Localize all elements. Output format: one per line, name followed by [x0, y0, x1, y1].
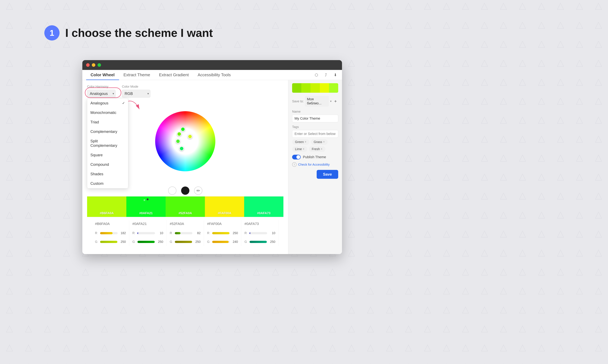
tab-extract-gradient[interactable]: Extract Gradient — [155, 70, 193, 80]
close-button[interactable] — [86, 63, 90, 67]
tab-bar: Color Wheel Extract Theme Extract Gradie… — [82, 70, 342, 80]
g-fill-1 — [100, 241, 117, 243]
swatch-label-5: #0AFA73 — [257, 211, 270, 215]
sidebar-color-swatches — [292, 83, 338, 93]
r-label-5: R — [244, 231, 248, 235]
black-color-picker[interactable] — [181, 186, 189, 195]
g-bar-4 — [212, 241, 230, 243]
color-dot-1[interactable] — [188, 134, 192, 139]
save-button-row: Save — [292, 170, 338, 179]
dropdown-item-compound[interactable]: Compound — [87, 160, 128, 169]
color-dot-4[interactable] — [176, 139, 180, 143]
tags-label: Tags — [292, 125, 338, 129]
add-collection-button[interactable]: + — [333, 99, 338, 104]
color-dot-3[interactable] — [177, 132, 181, 136]
camera-icon[interactable]: ⬡ — [313, 72, 319, 78]
g-label-4: G — [207, 240, 210, 244]
r-label-1: R — [95, 231, 98, 235]
accessibility-link[interactable]: Check for Accessibility — [298, 163, 330, 166]
g-channel-2: G 250 — [132, 240, 163, 244]
g-channel-1: G 250 — [95, 240, 126, 244]
tab-extract-theme[interactable]: Extract Theme — [119, 70, 155, 80]
sidebar-swatch-3 — [311, 83, 320, 93]
mode-select[interactable]: RGB — [122, 90, 150, 98]
eyedropper-tool[interactable]: ✏ — [194, 186, 202, 195]
tag-lime[interactable]: Lime + — [292, 146, 307, 152]
sidebar-swatch-4 — [320, 83, 329, 93]
swatch-5[interactable]: #0AFA73 — [244, 196, 284, 217]
r-cell-4: R 250 — [204, 229, 241, 237]
r-channel-3: R 82 — [170, 231, 201, 235]
dropdown-item-square[interactable]: Square — [87, 150, 128, 160]
dropdown-item-custom[interactable]: Custom — [87, 179, 128, 188]
swatch-label-2: #0AFA21 — [139, 211, 153, 215]
hex-cell-5: #0AFA73 — [241, 220, 279, 229]
save-to-select[interactable]: Моя библио... — [305, 96, 329, 107]
sidebar-swatch-2 — [301, 83, 311, 93]
mode-select-wrapper: RGB ▾ — [122, 90, 150, 98]
tag-fresh[interactable]: Fresh + — [309, 146, 325, 152]
dropdown-item-analogous[interactable]: Analogous ✓ — [87, 98, 128, 108]
tab-color-wheel[interactable]: Color Wheel — [86, 70, 119, 80]
tags-input[interactable] — [292, 130, 338, 138]
tab-accessibility-tools[interactable]: Accessibility Tools — [193, 70, 235, 80]
dropdown-item-complementary[interactable]: Complementary — [87, 127, 128, 136]
r-bar-5 — [250, 232, 267, 234]
color-wheel[interactable] — [155, 111, 215, 171]
download-icon[interactable]: ⬇ — [333, 72, 338, 78]
swatch-2[interactable]: ≡ #0AFA21 — [126, 196, 166, 217]
r-fill-4 — [212, 232, 230, 234]
minimize-button[interactable] — [92, 63, 95, 67]
hex-value-5: #0AFA73 — [244, 222, 275, 226]
g-channel-row: G 250 G 250 — [92, 237, 279, 246]
color-dot-2[interactable] — [181, 127, 185, 131]
r-cell-2: R 10 — [129, 229, 167, 237]
r-cell-3: R 82 — [167, 229, 204, 237]
swatch-3[interactable]: #52FA0A — [166, 196, 205, 217]
r-cell-1: R 182 — [92, 229, 129, 237]
color-panel: Color Harmony Analogous ▾ Analogous ✓ — [82, 80, 288, 254]
swatch-1[interactable]: #B6FA0A — [87, 196, 126, 217]
step-title: I choose the scheme I want — [65, 26, 213, 39]
r-value-4: 250 — [232, 231, 238, 235]
dropdown-item-split-complementary[interactable]: Split Complementary — [87, 136, 128, 150]
hex-cell-4: #FAF00A — [204, 220, 241, 229]
r-channel-2: R 10 — [132, 231, 163, 235]
r-bar-3 — [175, 232, 192, 234]
g-fill-4 — [212, 241, 229, 243]
harmony-select-wrapper: Analogous ▾ — [87, 90, 116, 98]
swatch-dot-2 — [147, 198, 149, 200]
name-input[interactable] — [292, 115, 338, 122]
g-value-4: 240 — [232, 240, 238, 244]
g-bar-3 — [175, 241, 192, 243]
r-channel-1: R 182 — [95, 231, 126, 235]
save-button[interactable]: Save — [317, 170, 338, 179]
g-cell-2: G 250 — [129, 237, 167, 246]
r-value-3: 82 — [194, 231, 201, 235]
dropdown-item-triad[interactable]: Triad — [87, 117, 128, 127]
r-channel-row: R 182 R 10 — [92, 229, 279, 237]
r-bar-1 — [100, 232, 118, 234]
hex-cell-1: #B6FA0A — [92, 220, 129, 229]
dropdown-item-shades[interactable]: Shades — [87, 169, 128, 179]
hex-value-3: #52FA0A — [170, 222, 201, 226]
maximize-button[interactable] — [97, 63, 101, 67]
main-content: Color Harmony Analogous ▾ Analogous ✓ — [82, 80, 342, 254]
hex-value-1: #B6FA0A — [95, 222, 126, 226]
swatch-4[interactable]: #FAF00A — [205, 196, 244, 217]
tag-green[interactable]: Green + — [292, 139, 309, 145]
publish-toggle[interactable] — [292, 155, 301, 159]
g-cell-4: G 240 — [204, 237, 241, 246]
wheel-white-overlay — [155, 111, 215, 171]
share-icon[interactable]: ⤴ — [323, 72, 329, 78]
g-cell-5: G 250 — [241, 237, 279, 246]
tag-grass[interactable]: Grass + — [311, 139, 328, 145]
r-bar-4 — [212, 232, 230, 234]
tags-section: Tags Green + Grass + Lime + — [292, 125, 338, 152]
harmony-select[interactable]: Analogous — [87, 90, 116, 98]
color-dot-5[interactable] — [179, 146, 184, 151]
g-label-2: G — [132, 240, 135, 244]
wheel-conic — [155, 111, 215, 171]
white-color-picker[interactable] — [168, 186, 176, 195]
dropdown-item-monochromatic[interactable]: Monochromatic — [87, 108, 128, 117]
